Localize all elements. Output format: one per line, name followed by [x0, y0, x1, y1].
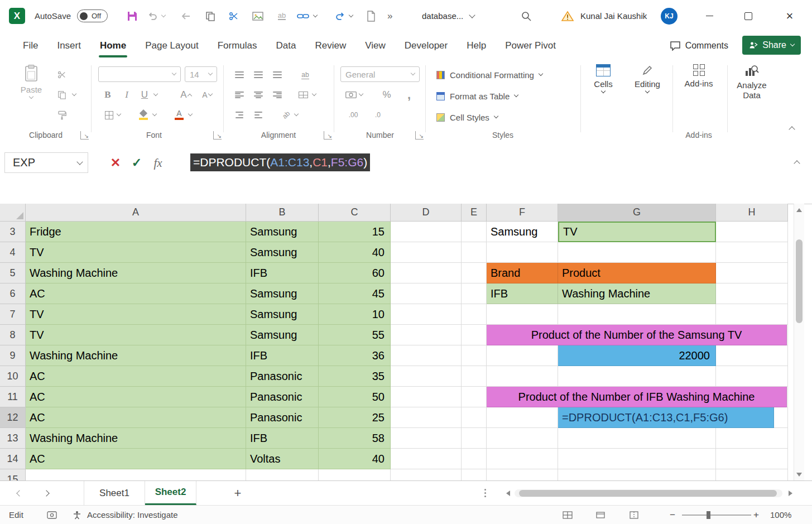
back-button[interactable] — [177, 0, 194, 32]
cell-H14[interactable] — [716, 449, 788, 469]
cell-G4[interactable] — [558, 242, 716, 263]
macro-record-button[interactable] — [47, 506, 57, 524]
cell-F12[interactable] — [487, 407, 558, 428]
page-break-view-button[interactable] — [630, 506, 638, 524]
cell-styles-button[interactable]: Cell Styles — [436, 109, 498, 126]
cell-A7[interactable]: TV — [26, 304, 246, 325]
cell-C5[interactable]: 60 — [319, 263, 391, 283]
cell-E3[interactable] — [462, 222, 487, 242]
banner-ifb-washing-machine[interactable]: Product of the Number of IFB Washing Mac… — [487, 387, 787, 407]
font-color-dropdown[interactable] — [186, 107, 194, 123]
collapse-ribbon-button[interactable] — [784, 120, 800, 137]
sheet-nav-next-button[interactable] — [39, 487, 54, 500]
undo-dropdown[interactable] — [162, 0, 165, 32]
cell-D5[interactable] — [391, 263, 462, 283]
decrease-indent-button[interactable] — [231, 107, 248, 123]
page-layout-view-button[interactable] — [596, 506, 605, 524]
new-document-button[interactable] — [363, 0, 379, 32]
cell-D7[interactable] — [391, 304, 462, 325]
wrap-text-button[interactable]: ab — [297, 66, 314, 83]
cell-G14[interactable] — [558, 449, 716, 469]
row-header-4[interactable]: 4 — [0, 242, 26, 263]
cell-E4[interactable] — [462, 242, 487, 263]
fill-color-button[interactable] — [135, 107, 152, 123]
redo-dropdown[interactable] — [349, 0, 353, 32]
zoom-out-button[interactable]: − — [670, 506, 675, 524]
cell-C10[interactable]: 35 — [319, 366, 391, 387]
cell-G10[interactable] — [558, 366, 716, 387]
add-sheet-button[interactable]: + — [230, 485, 246, 501]
comma-style-button[interactable]: , — [401, 86, 417, 103]
align-bottom-button[interactable] — [269, 66, 286, 83]
analyze-data-button[interactable]: Analyze Data — [730, 64, 773, 100]
autosave-toggle[interactable]: Off — [77, 0, 108, 32]
search-button[interactable] — [518, 0, 535, 32]
share-button[interactable]: Share — [742, 36, 801, 55]
cell-H13[interactable] — [716, 428, 788, 449]
cell-B7[interactable]: Samsung — [246, 304, 319, 325]
accessibility-checker-button[interactable] — [73, 506, 81, 524]
font-color-button[interactable]: A — [171, 107, 188, 123]
cell-G12-formula[interactable]: =DPRODUCT(A1:C13,C1,F5:G6) — [558, 407, 774, 428]
horizontal-scroll-thumb[interactable] — [519, 490, 777, 497]
cell-D8[interactable] — [391, 325, 462, 345]
link-dropdown[interactable] — [314, 0, 317, 32]
row-header-14[interactable]: 14 — [0, 449, 26, 469]
row-header-8[interactable]: 8 — [0, 325, 26, 345]
cell-A5[interactable]: Washing Machine — [26, 263, 246, 283]
cell-B6[interactable]: Samsung — [246, 283, 319, 304]
column-header-A[interactable]: A — [26, 204, 246, 222]
cell-B3[interactable]: Samsung — [246, 222, 319, 242]
cell-D3[interactable] — [391, 222, 462, 242]
cell-G7[interactable] — [558, 304, 716, 325]
cell-F6[interactable]: IFB — [487, 283, 558, 304]
align-middle-button[interactable] — [250, 66, 267, 83]
ribbon-tab-file[interactable]: File — [13, 32, 47, 60]
cell-E14[interactable] — [462, 449, 487, 469]
increase-indent-button[interactable] — [250, 107, 267, 123]
formula-text[interactable]: =DPRODUCT(A1:C13,C1,F5:G6) — [190, 153, 370, 171]
cell-E11[interactable] — [462, 387, 487, 407]
insert-function-button[interactable]: fx — [148, 153, 167, 172]
cell-C8[interactable]: 55 — [319, 325, 391, 345]
cell-C9[interactable]: 36 — [319, 345, 391, 366]
clipboard-dialog-launcher[interactable]: ↘ — [80, 131, 89, 140]
cut-button-ribbon[interactable] — [54, 66, 70, 83]
zoom-slider-thumb[interactable] — [707, 511, 710, 519]
cell-B15[interactable] — [246, 469, 319, 480]
close-button[interactable]: × — [777, 0, 803, 32]
enter-button[interactable]: ✓ — [127, 153, 146, 172]
cell-H9[interactable] — [716, 345, 788, 366]
font-name-combo[interactable] — [98, 66, 181, 82]
row-header-15[interactable]: 15 — [0, 469, 26, 480]
cell-D6[interactable] — [391, 283, 462, 304]
row-header-11[interactable]: 11 — [0, 387, 26, 407]
row-header-7[interactable]: 7 — [0, 304, 26, 325]
sheet-tab-sheet1[interactable]: Sheet1 — [84, 481, 145, 505]
cell-B5[interactable]: IFB — [246, 263, 319, 283]
banner-samsung-tv[interactable]: Product of the Number of the Samsung TV — [487, 325, 787, 345]
ribbon-tab-page-layout[interactable]: Page Layout — [136, 32, 208, 60]
decrease-decimal-button[interactable]: .0 — [369, 107, 386, 123]
cell-A11[interactable]: AC — [26, 387, 246, 407]
cell-E10[interactable] — [462, 366, 487, 387]
cancel-button[interactable]: ✕ — [106, 153, 125, 172]
align-right-button[interactable] — [269, 86, 286, 103]
align-center-button[interactable] — [250, 86, 267, 103]
cell-G3[interactable]: TV — [558, 222, 716, 242]
sheet-nav-prev-button[interactable] — [12, 487, 27, 500]
column-header-B[interactable]: B — [246, 204, 319, 222]
column-header-G[interactable]: G — [558, 204, 716, 222]
cell-E15[interactable] — [462, 469, 487, 480]
cell-H6[interactable] — [716, 283, 788, 304]
cell-F9[interactable] — [487, 345, 558, 366]
cell-F3[interactable]: Samsung — [487, 222, 558, 242]
ribbon-tab-developer[interactable]: Developer — [395, 32, 458, 60]
ribbon-tab-data[interactable]: Data — [267, 32, 306, 60]
cell-A10[interactable]: AC — [26, 366, 246, 387]
cell-G6[interactable]: Washing Machine — [558, 283, 716, 304]
sheet-tab-sheet2[interactable]: Sheet2 — [145, 481, 196, 505]
row-header-13[interactable]: 13 — [0, 428, 26, 449]
cell-C3[interactable]: 15 — [319, 222, 391, 242]
result-samsung-tv[interactable]: 22000 — [558, 345, 716, 366]
